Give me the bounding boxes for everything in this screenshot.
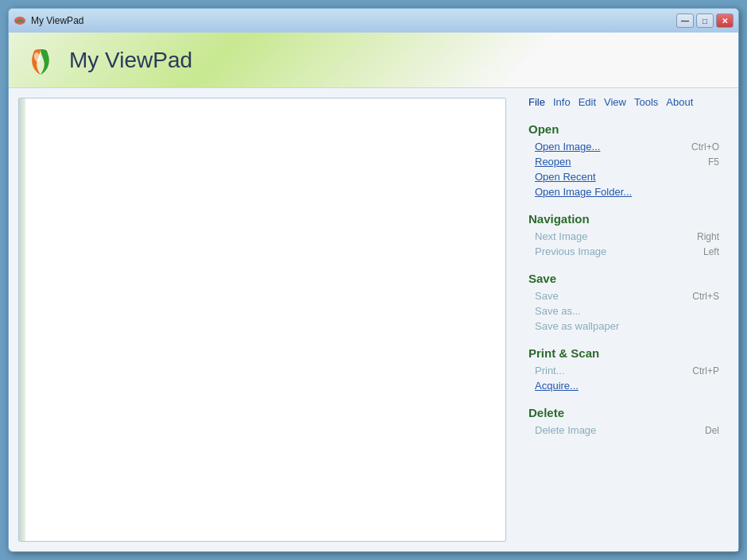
title-bar-controls: — □ ✕ bbox=[676, 14, 733, 28]
menu-item-row[interactable]: ReopenF5 bbox=[528, 154, 726, 169]
app-title: My ViewPad bbox=[69, 48, 192, 73]
menu-item-row: Next ImageRight bbox=[528, 229, 726, 244]
menu-section-navigation: NavigationNext ImageRightPrevious ImageL… bbox=[528, 212, 726, 259]
menu-item-shortcut: Right bbox=[697, 231, 719, 242]
title-bar: My ViewPad — □ ✕ bbox=[9, 9, 738, 33]
menu-item-label: Delete Image bbox=[535, 424, 596, 436]
menubar-edit[interactable]: Edit bbox=[579, 96, 596, 108]
menu-item-label[interactable]: Reopen bbox=[535, 156, 571, 168]
menu-item-label[interactable]: Open Image Folder... bbox=[535, 186, 632, 198]
menu-item-row[interactable]: Open Image Folder... bbox=[528, 184, 726, 199]
menubar-about[interactable]: About bbox=[666, 96, 693, 108]
menu-item-label[interactable]: Open Recent bbox=[535, 171, 596, 183]
menu-item-row[interactable]: Acquire... bbox=[528, 378, 726, 393]
image-panel bbox=[9, 88, 516, 551]
section-title-print-scan: Print & Scan bbox=[528, 346, 726, 360]
maximize-button[interactable]: □ bbox=[696, 14, 714, 28]
content-area: File Info Edit View Tools About OpenOpen… bbox=[9, 88, 738, 551]
menu-item-row: Save as wallpaper bbox=[528, 319, 726, 334]
menu-item-label: Save as wallpaper bbox=[535, 320, 619, 332]
image-canvas bbox=[18, 98, 506, 542]
menu-section-save: SaveSaveCtrl+SSave as...Save as wallpape… bbox=[528, 272, 726, 334]
menu-bar: File Info Edit View Tools About bbox=[528, 96, 726, 113]
section-title-delete: Delete bbox=[528, 406, 726, 419]
title-bar-text: My ViewPad bbox=[31, 15, 83, 26]
menu-panel: File Info Edit View Tools About OpenOpen… bbox=[516, 88, 738, 551]
menu-section-print-scan: Print & ScanPrint...Ctrl+PAcquire... bbox=[528, 346, 726, 393]
menu-item-shortcut: Left bbox=[703, 246, 719, 257]
menu-item-label: Previous Image bbox=[535, 245, 606, 257]
menu-item-label: Save as... bbox=[535, 305, 581, 317]
section-title-save: Save bbox=[528, 272, 726, 285]
section-title-navigation: Navigation bbox=[528, 212, 726, 226]
menu-item-label[interactable]: Acquire... bbox=[535, 380, 579, 392]
logo-icon bbox=[21, 41, 60, 79]
menu-item-label: Print... bbox=[535, 365, 565, 377]
menu-item-row: SaveCtrl+S bbox=[528, 288, 726, 303]
menu-item-row[interactable]: Open Image...Ctrl+O bbox=[528, 139, 726, 154]
app-header: My ViewPad bbox=[9, 33, 738, 88]
title-bar-left: My ViewPad bbox=[14, 14, 83, 27]
menu-item-shortcut: Ctrl+O bbox=[691, 141, 719, 153]
menu-item-shortcut: F5 bbox=[708, 156, 719, 168]
menu-section-delete: DeleteDelete ImageDel bbox=[528, 406, 726, 438]
app-icon bbox=[14, 14, 26, 27]
menu-item-row[interactable]: Open Recent bbox=[528, 169, 726, 184]
canvas-side-bar bbox=[19, 98, 25, 541]
close-button[interactable]: ✕ bbox=[716, 14, 733, 28]
menubar-view[interactable]: View bbox=[604, 96, 626, 108]
menu-item-row: Print...Ctrl+P bbox=[528, 363, 726, 378]
section-title-open: Open bbox=[528, 122, 726, 136]
menubar-tools[interactable]: Tools bbox=[634, 96, 658, 108]
menu-item-label: Next Image bbox=[535, 230, 587, 242]
minimize-button[interactable]: — bbox=[676, 14, 694, 28]
menu-item-label: Save bbox=[535, 290, 559, 302]
menu-item-shortcut: Ctrl+P bbox=[692, 365, 719, 377]
menubar-info[interactable]: Info bbox=[553, 96, 571, 108]
menu-section-open: OpenOpen Image...Ctrl+OReopenF5Open Rece… bbox=[528, 122, 726, 199]
menu-item-label[interactable]: Open Image... bbox=[535, 141, 600, 153]
menu-item-row: Save as... bbox=[528, 303, 726, 319]
menu-sections: OpenOpen Image...Ctrl+OReopenF5Open Rece… bbox=[528, 122, 726, 438]
menu-item-shortcut: Del bbox=[705, 425, 719, 436]
menu-item-row: Delete ImageDel bbox=[528, 423, 726, 438]
menu-item-shortcut: Ctrl+S bbox=[692, 291, 719, 302]
menu-item-row: Previous ImageLeft bbox=[528, 244, 726, 259]
main-window: My ViewPad — □ ✕ My ViewPad bbox=[8, 8, 739, 552]
menubar-file[interactable]: File bbox=[528, 96, 545, 108]
